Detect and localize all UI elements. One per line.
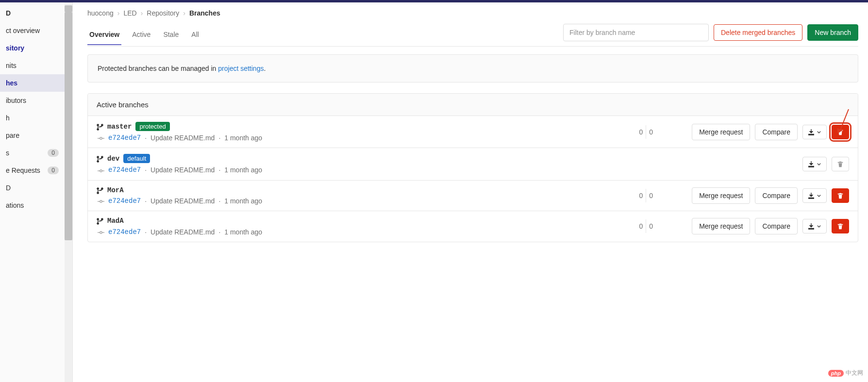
download-icon <box>808 192 815 199</box>
branch-actions: 00Merge requestCompare <box>639 187 849 204</box>
commit-hash-link[interactable]: e724ede7 <box>108 166 141 174</box>
panel-header: Active branches <box>88 94 858 116</box>
merge-request-button[interactable]: Merge request <box>692 187 750 204</box>
sidebar-item[interactable]: h <box>0 109 65 127</box>
delete-branch-button <box>832 157 849 171</box>
commit-message: Update README.md <box>150 197 215 205</box>
commit-line: e724ede7·Update README.md·1 month ago <box>97 197 262 205</box>
sidebar-item-label: e Requests <box>6 166 40 174</box>
new-branch-button[interactable]: New branch <box>807 24 858 41</box>
breadcrumb-item[interactable]: huocong <box>87 9 114 17</box>
breadcrumb-item[interactable]: Repository <box>147 9 179 17</box>
commit-icon <box>98 167 104 174</box>
compare-button[interactable]: Compare <box>755 218 798 234</box>
project-settings-link[interactable]: project settings <box>218 65 264 72</box>
sidebar-item-label: D <box>6 9 11 17</box>
chevron-right-icon: › <box>117 9 120 17</box>
filter-branch-input[interactable] <box>563 24 709 41</box>
commit-message: Update README.md <box>150 134 215 142</box>
trash-icon <box>837 129 844 135</box>
sidebar-scroll-up[interactable] <box>65 5 72 12</box>
tab-stale[interactable]: Stale <box>161 25 181 45</box>
sidebar-item-label: ibutors <box>6 97 26 104</box>
watermark-logo: php <box>828 370 844 377</box>
counter-separator <box>646 219 646 233</box>
delete-branch-button[interactable] <box>832 219 849 233</box>
info-text: Protected branches can be managed in <box>98 65 218 72</box>
count-badge: 0 <box>48 149 59 157</box>
delete-branch-button[interactable] <box>832 188 849 203</box>
commit-message: Update README.md <box>150 228 215 236</box>
sidebar-item[interactable]: D <box>0 179 65 197</box>
commit-hash-link[interactable]: e724ede7 <box>108 197 141 205</box>
sidebar-item[interactable]: nits <box>0 57 65 74</box>
branch-name[interactable]: MorA <box>107 186 124 194</box>
chevron-down-icon <box>817 130 821 134</box>
info-text-after: . <box>264 65 266 72</box>
sidebar-item[interactable]: sitory <box>0 39 65 57</box>
download-icon <box>808 223 815 230</box>
sidebar-item[interactable]: hes <box>0 74 65 92</box>
commit-hash-link[interactable]: e724ede7 <box>108 228 141 236</box>
sidebar-item-label: s <box>6 149 9 157</box>
branch-name[interactable]: dev <box>107 155 119 163</box>
download-button[interactable] <box>802 125 827 139</box>
compare-button[interactable]: Compare <box>755 187 798 204</box>
sidebar-item[interactable]: ibutors <box>0 92 65 109</box>
branch-icon <box>97 218 103 225</box>
dot-sep: · <box>145 166 147 174</box>
dot-sep: · <box>145 228 147 236</box>
breadcrumb-item[interactable]: LED <box>123 9 136 17</box>
commit-time: 1 month ago <box>224 197 262 205</box>
commit-icon <box>98 135 104 142</box>
tab-all[interactable]: All <box>189 25 201 45</box>
counter-separator <box>646 125 646 139</box>
commit-line: e724ede7·Update README.md·1 month ago <box>97 166 262 174</box>
sidebar-scroll-thumb[interactable] <box>65 12 72 240</box>
sidebar-item[interactable]: s0 <box>0 144 65 162</box>
sidebar-item-label: hes <box>6 79 17 87</box>
branch-title-line: MadA <box>97 217 262 225</box>
download-button[interactable] <box>802 188 827 203</box>
branch-left: devdefaulte724ede7·Update README.md·1 mo… <box>97 154 262 174</box>
download-button[interactable] <box>802 219 827 233</box>
sidebar-item[interactable]: D <box>0 2 65 22</box>
ahead-count: 0 <box>649 222 653 230</box>
svg-point-0 <box>100 137 102 139</box>
sidebar-item-label: nits <box>6 62 17 69</box>
branch-badge: protected <box>135 122 169 131</box>
sidebar-item[interactable]: e Requests0 <box>0 162 65 179</box>
download-button[interactable] <box>802 157 827 171</box>
commit-time: 1 month ago <box>224 134 262 142</box>
dot-sep: · <box>218 228 220 236</box>
commit-line: e724ede7·Update README.md·1 month ago <box>97 228 262 235</box>
delete-branch-button[interactable] <box>832 125 849 139</box>
dot-sep: · <box>218 197 220 205</box>
compare-button[interactable]: Compare <box>755 124 798 140</box>
download-icon <box>808 161 815 167</box>
dot-sep: · <box>218 166 220 174</box>
breadcrumb: huocong › LED › Repository › Branches <box>87 2 858 24</box>
sidebar-item-label: D <box>6 184 11 192</box>
count-badge: 0 <box>48 166 59 174</box>
branch-icon <box>97 187 103 194</box>
branch-name[interactable]: MadA <box>107 217 124 225</box>
layout: Dct overviewsitorynitshesibutorshpares0e… <box>0 2 868 382</box>
sidebar-item[interactable]: ations <box>0 197 65 214</box>
tab-active[interactable]: Active <box>130 25 152 45</box>
behind-ahead-counter: 00 <box>639 189 653 202</box>
dot-sep: · <box>145 134 147 142</box>
chevron-down-icon <box>817 162 821 166</box>
sidebar-item[interactable]: pare <box>0 127 65 144</box>
merge-request-button[interactable]: Merge request <box>692 124 750 140</box>
behind-count: 0 <box>639 222 643 230</box>
tabs-row: OverviewActiveStaleAll Delete merged bra… <box>87 24 858 47</box>
commit-hash-link[interactable]: e724ede7 <box>108 134 141 142</box>
sidebar-scrollbar[interactable] <box>65 2 72 382</box>
tab-overview[interactable]: Overview <box>87 25 121 45</box>
delete-merged-button[interactable]: Delete merged branches <box>714 24 802 41</box>
sidebar-item[interactable]: ct overview <box>0 22 65 39</box>
branch-name[interactable]: master <box>107 123 132 131</box>
branch-title-line: masterprotected <box>97 122 262 131</box>
merge-request-button[interactable]: Merge request <box>692 218 750 234</box>
